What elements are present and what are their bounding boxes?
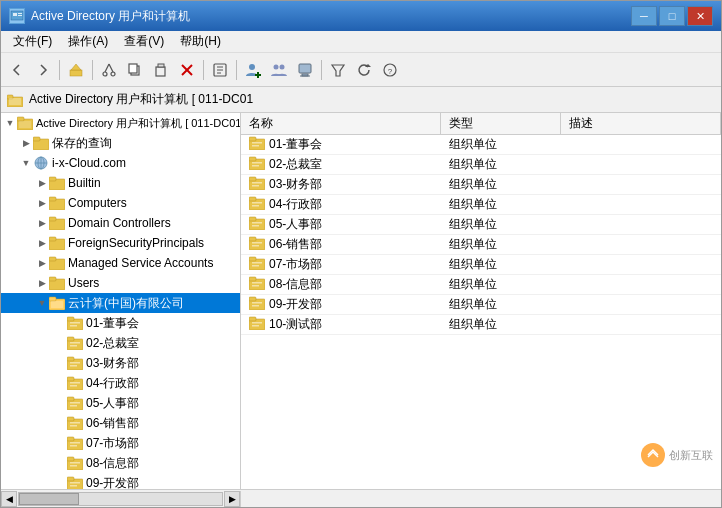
- list-cell-type: 组织单位: [441, 135, 561, 154]
- properties-button[interactable]: [208, 58, 232, 82]
- horizontal-scrollbar[interactable]: [18, 492, 223, 506]
- saved-label: 保存的查询: [52, 135, 112, 152]
- list-row[interactable]: 02-总裁室 组织单位: [241, 155, 721, 175]
- svg-line-8: [109, 64, 113, 72]
- list-cell-type: 组织单位: [441, 235, 561, 254]
- list-row[interactable]: 04-行政部 组织单位: [241, 195, 721, 215]
- tree-item-ou03[interactable]: 03-财务部: [1, 353, 240, 373]
- menu-help[interactable]: 帮助(H): [172, 31, 229, 52]
- tree-item-ou04[interactable]: 04-行政部: [1, 373, 240, 393]
- tree-item-dc[interactable]: ▶ Domain Controllers: [1, 213, 240, 233]
- yunjs-icon: [49, 296, 65, 310]
- scroll-right-button[interactable]: ▶: [224, 491, 240, 507]
- help-button[interactable]: ?: [378, 58, 402, 82]
- up-button[interactable]: [64, 58, 88, 82]
- list-cell-name: 10-测试部: [241, 315, 441, 334]
- forward-button[interactable]: [31, 58, 55, 82]
- list-row[interactable]: 10-测试部 组织单位: [241, 315, 721, 335]
- tree-item-ou02[interactable]: 02-总裁室: [1, 333, 240, 353]
- tree-item-ou06[interactable]: 06-销售部: [1, 413, 240, 433]
- tree-item-ou05[interactable]: 05-人事部: [1, 393, 240, 413]
- list-row[interactable]: 05-人事部 组织单位: [241, 215, 721, 235]
- row-name: 02-总裁室: [269, 156, 322, 173]
- tree-item-root[interactable]: ▼ Active Directory 用户和计算机 [ 011-DC01: [1, 113, 240, 133]
- tree-item-ou07[interactable]: 07-市场部: [1, 433, 240, 453]
- refresh-button[interactable]: [352, 58, 376, 82]
- builtin-label: Builtin: [68, 176, 101, 190]
- row-name: 05-人事部: [269, 216, 322, 233]
- dc-label: Domain Controllers: [68, 216, 171, 230]
- cut-button[interactable]: [97, 58, 121, 82]
- svg-rect-133: [252, 305, 259, 307]
- col-header-name[interactable]: 名称: [241, 113, 441, 134]
- list-cell-name: 01-董事会: [241, 135, 441, 154]
- tree-item-saved[interactable]: ▶ 保存的查询: [1, 133, 240, 153]
- filter-button[interactable]: [326, 58, 350, 82]
- tree-item-builtin[interactable]: ▶ Builtin: [1, 173, 240, 193]
- svg-rect-57: [51, 301, 63, 308]
- tree-item-domain[interactable]: ▼ i-x-Cloud.com: [1, 153, 240, 173]
- row-type: 组织单位: [449, 276, 497, 293]
- svg-point-6: [111, 72, 115, 76]
- scroll-left-button[interactable]: ◀: [1, 491, 17, 507]
- col-header-desc[interactable]: 描述: [561, 113, 721, 134]
- svg-rect-68: [70, 362, 80, 364]
- svg-rect-135: [249, 317, 256, 321]
- svg-rect-72: [70, 382, 80, 384]
- svg-rect-127: [249, 277, 256, 281]
- list-row[interactable]: 06-销售部 组织单位: [241, 235, 721, 255]
- list-cell-type: 组织单位: [441, 175, 561, 194]
- paste-button[interactable]: [149, 58, 173, 82]
- svg-rect-117: [252, 225, 259, 227]
- back-button[interactable]: [5, 58, 29, 82]
- svg-point-19: [249, 64, 255, 70]
- ou-icon: [249, 256, 265, 273]
- svg-rect-71: [67, 377, 74, 381]
- ou02-label: 02-总裁室: [86, 335, 139, 352]
- app-icon: [9, 8, 25, 24]
- new-user-button[interactable]: [241, 58, 265, 82]
- list-cell-desc: [561, 224, 721, 226]
- ou09-label: 09-开发部: [86, 475, 139, 490]
- tree-item-ou09[interactable]: 09-开发部: [1, 473, 240, 489]
- ou-icon: [249, 276, 265, 293]
- list-row[interactable]: 03-财务部 组织单位: [241, 175, 721, 195]
- close-button[interactable]: ✕: [687, 6, 713, 26]
- maximize-button[interactable]: □: [659, 6, 685, 26]
- expander-root: ▼: [3, 116, 17, 130]
- menu-file[interactable]: 文件(F): [5, 31, 60, 52]
- tree-item-ou01[interactable]: 01-董事会: [1, 313, 240, 333]
- tree-item-yunjs[interactable]: ▼ 云计算(中国)有限公司: [1, 293, 240, 313]
- list-row[interactable]: 01-董事会 组织单位: [241, 135, 721, 155]
- domain-label: i-x-Cloud.com: [52, 156, 126, 170]
- list-row[interactable]: 07-市场部 组织单位: [241, 255, 721, 275]
- tree-item-computers[interactable]: ▶ Computers: [1, 193, 240, 213]
- row-type: 组织单位: [449, 136, 497, 153]
- root-label: Active Directory 用户和计算机 [ 011-DC01: [36, 116, 241, 131]
- svg-rect-67: [67, 357, 74, 361]
- col-header-type[interactable]: 类型: [441, 113, 561, 134]
- copy-button[interactable]: [123, 58, 147, 82]
- menu-view[interactable]: 查看(V): [116, 31, 172, 52]
- users-label: Users: [68, 276, 99, 290]
- tree-item-fsp[interactable]: ▶ ForeignSecurityPrincipals: [1, 233, 240, 253]
- list-row[interactable]: 09-开发部 组织单位: [241, 295, 721, 315]
- tree-item-users[interactable]: ▶ Users: [1, 273, 240, 293]
- watermark-logo: [641, 443, 665, 467]
- new-group-button[interactable]: [267, 58, 291, 82]
- tree-item-ou08[interactable]: 08-信息部: [1, 453, 240, 473]
- list-cell-desc: [561, 304, 721, 306]
- expander-ou07: [53, 436, 67, 450]
- list-row[interactable]: 08-信息部 组织单位: [241, 275, 721, 295]
- svg-line-7: [105, 64, 109, 72]
- main-window: Active Directory 用户和计算机 ─ □ ✕ 文件(F) 操作(A…: [0, 0, 722, 508]
- ou01-label: 01-董事会: [86, 315, 139, 332]
- tree-item-msa[interactable]: ▶ Managed Service Accounts: [1, 253, 240, 273]
- address-icon: [7, 93, 23, 107]
- delete-button[interactable]: [175, 58, 199, 82]
- minimize-button[interactable]: ─: [631, 6, 657, 26]
- new-computer-button[interactable]: [293, 58, 317, 82]
- svg-rect-4: [70, 70, 82, 76]
- menu-action[interactable]: 操作(A): [60, 31, 116, 52]
- list-cell-desc: [561, 264, 721, 266]
